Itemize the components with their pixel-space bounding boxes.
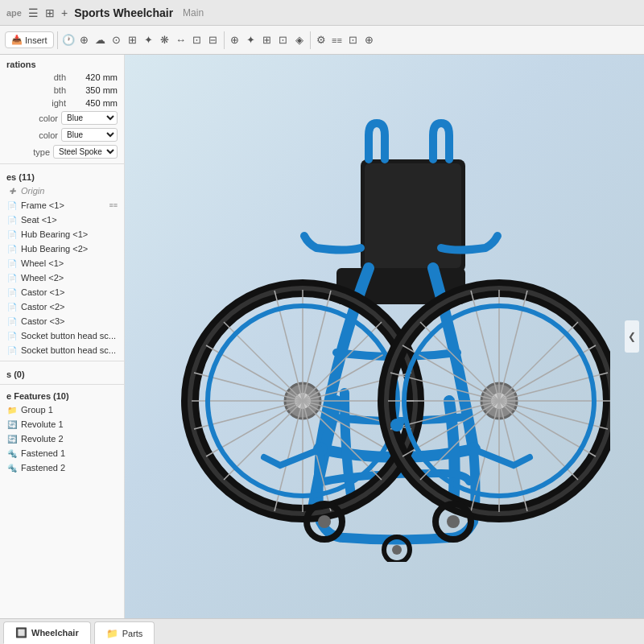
grid-icon[interactable]: ⊞ [45,6,55,19]
tree-seat[interactable]: 📄 Seat <1> [0,213,124,227]
tree-socket-2[interactable]: 📄 Socket button head sc... [0,343,124,357]
section-icon[interactable]: ⊟ [206,33,221,47]
config-type-label: type [6,147,53,157]
socket-2-label: Socket button head sc... [21,345,118,355]
left-panel: rations dth 420 mm bth 350 mm ight 450 m… [0,55,125,618]
wheel-1-label: Wheel <1> [21,258,118,268]
viewport-nav-arrow[interactable]: ❮ [625,320,639,353]
toolbar: 📥 Insert 🕐 ⊕ ☁ ⊙ ⊞ ✦ ❋ ↔ ⊡ ⊟ ⊕ ✦ ⊞ ⊡ ◈ ⚙… [0,26,644,55]
tree-hub-bearing-2[interactable]: 📄 Hub Bearing <2> [0,242,124,256]
revolute-2-label: Revolute 2 [21,434,118,444]
config-height-value[interactable]: 450 mm [69,98,118,108]
tree-frame[interactable]: 📄 Frame <1> ≡≡ [0,198,124,213]
wheelchair-container [149,63,620,610]
config-section-title: rations [0,55,124,71]
appearance-icon[interactable]: ◈ [292,33,307,47]
explode-icon[interactable]: ⊡ [190,33,204,47]
castor-3-icon: 📄 [6,316,18,327]
panel-divider-2 [0,361,124,361]
tree-socket-1[interactable]: 📄 Socket button head sc... [0,328,124,343]
menu-icon[interactable]: ☰ [28,6,39,19]
config-depth-label: bth [6,85,69,95]
config-color1-row: color BlueRedBlack [0,109,124,126]
suppressions-header: s (0) [0,365,124,381]
tree-wheel-1[interactable]: 📄 Wheel <1> [0,256,124,270]
config-color2-select[interactable]: BlueRedBlack [61,128,118,142]
document-title: Sports Wheelchair [74,6,173,19]
config-color2-row: color BlueRedBlack [0,126,124,143]
hub-bearing-2-icon: 📄 [6,243,18,254]
toolbar-separator-2 [224,31,225,49]
add-icon[interactable]: + [61,6,68,19]
panel-divider-1 [0,163,124,164]
settings-icon[interactable]: ⚙ [314,33,328,47]
tree-hub-bearing-1[interactable]: 📄 Hub Bearing <1> [0,227,124,242]
layout-icon[interactable]: ⊡ [346,33,361,47]
panel-divider-3 [0,384,124,385]
tree-group-1[interactable]: 📁 Group 1 [0,402,124,417]
measure-icon[interactable]: ↔ [174,33,188,47]
revolute-2-icon: 🔄 [6,433,18,444]
box-select-icon[interactable]: ✦ [244,33,258,47]
tree-fastened-1[interactable]: 🔩 Fastened 1 [0,446,124,460]
config-depth-row: bth 350 mm [0,84,124,97]
filter-icon[interactable]: ⊡ [276,33,291,47]
fastened-2-icon: 🔩 [6,462,18,473]
pattern-icon[interactable]: ✦ [142,33,156,47]
config-width-value[interactable]: 420 mm [69,72,118,82]
viewport[interactable]: ❮ [125,55,644,618]
castor-3-label: Castor <3> [21,316,118,326]
castor-2-icon: 📄 [6,301,18,312]
hub-bearing-2-label: Hub Bearing <2> [21,244,118,254]
right-push-handle [433,123,449,159]
joint-center [390,419,403,431]
history-icon[interactable]: 🕐 [61,33,76,47]
mate-icon[interactable]: ❋ [158,33,172,47]
origin-label: Origin [21,186,118,196]
tree-castor-2[interactable]: 📄 Castor <2> [0,299,124,314]
main-layout: rations dth 420 mm bth 350 mm ight 450 m… [0,55,644,618]
config-color1-select[interactable]: BlueRedBlack [61,111,118,125]
more-icon[interactable]: ⊕ [362,33,377,47]
camber-left [264,449,320,465]
cloud-icon[interactable]: ☁ [93,33,108,47]
fastened-1-label: Fastened 1 [21,448,118,458]
config-width-row: dth 420 mm [0,71,124,84]
group-1-label: Group 1 [21,405,118,415]
assembly-icon[interactable]: ⊞ [126,33,140,47]
insert-button[interactable]: 📥 Insert [5,31,54,48]
lasso-icon[interactable]: ⊞ [260,33,275,47]
tree-castor-3[interactable]: 📄 Castor <3> [0,314,124,328]
fastened-2-label: Fastened 2 [21,463,118,473]
select-icon[interactable]: ⊕ [228,33,242,47]
config-depth-value[interactable]: 350 mm [69,85,118,95]
left-push-handle [369,123,385,159]
tree-origin[interactable]: ✚ Origin [0,184,124,198]
tree-revolute-1[interactable]: 🔄 Revolute 1 [0,417,124,431]
config-type-select[interactable]: Steel SpokeAluminumCarbon [53,145,118,159]
tree-revolute-2[interactable]: 🔄 Revolute 2 [0,431,124,446]
rotate-icon[interactable]: ⊙ [109,33,124,47]
right-wheel-spokes [388,290,610,512]
fastened-1-icon: 🔩 [6,448,18,459]
app-logo: ape [6,8,22,18]
parts-tab-label: Parts [122,629,143,638]
seat-label: Seat <1> [21,215,118,225]
wheelchair-tab-icon: 🔲 [15,627,27,638]
render-icon[interactable]: ≡≡ [330,33,345,47]
transform-icon[interactable]: ⊕ [77,33,92,47]
wheelchair-svg [159,111,610,562]
tree-wheel-2[interactable]: 📄 Wheel <2> [0,270,124,285]
tab-wheelchair[interactable]: 🔲 Wheelchair [3,621,91,644]
castor-1-label: Castor <1> [21,287,118,297]
castor-2-label: Castor <2> [21,302,118,312]
tree-fastened-2[interactable]: 🔩 Fastened 2 [0,460,124,475]
config-height-label: ight [6,98,69,108]
front-castor-right-hub [447,515,460,528]
tab-parts[interactable]: 📁 Parts [94,621,155,644]
document-mode: Main [183,7,204,19]
parts-tab-icon: 📁 [106,628,118,639]
socket-2-icon: 📄 [6,345,18,356]
tree-castor-1[interactable]: 📄 Castor <1> [0,285,124,299]
castor-1-icon: 📄 [6,287,18,298]
